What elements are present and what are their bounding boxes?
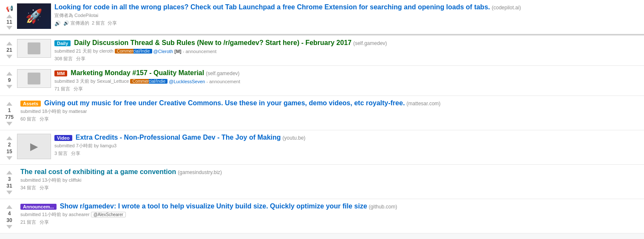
post2-actions: 71 留言 分享 (54, 86, 642, 92)
post5-title-row: The real cost of exhibiting at a game co… (20, 168, 642, 176)
megaphone-icon: 📢 (6, 5, 13, 12)
post6-comments[interactable]: 21 留言 (20, 219, 36, 225)
ad-advertiser: 宣傳者為 CodePilotai (54, 12, 642, 19)
post6-tag: Announcem... (20, 204, 57, 210)
upvote-arrow-6[interactable] (6, 205, 12, 209)
post1-submitted: submitted 21 天前 by cleroth (54, 48, 113, 54)
downvote-arrow-4[interactable] (6, 156, 12, 160)
post-assets: 1 775 Assets Giving out my music for fre… (0, 96, 644, 130)
post1-title-link[interactable]: Daily Discussion Thread & Sub Rules (New… (74, 39, 352, 47)
post3-title-link[interactable]: Giving out my music for free under Creat… (44, 99, 405, 107)
upvote-arrow-1[interactable] (6, 42, 12, 45)
post-unity: 4 30 Announcem... Show r/gamedev: I wrot… (0, 199, 644, 233)
post2-title-link[interactable]: Marketing Monday #157 - Quality Material (71, 69, 204, 77)
post4-thumbnail (17, 134, 51, 159)
downvote-arrow-1[interactable] (6, 55, 12, 59)
post2-title-row: MM Marketing Monday #157 - Quality Mater… (54, 69, 642, 77)
post1-comments[interactable]: 308 留言 (54, 56, 73, 62)
post1-tag: Daily (54, 40, 71, 46)
post2-flair1[interactable]: Commercial/Indie (130, 79, 167, 84)
downvote-arrow-3[interactable] (6, 122, 12, 126)
post6-score-top: 4 (8, 211, 11, 217)
post1-meta: submitted 21 天前 by cleroth Commercial/In… (54, 48, 642, 54)
post3-domain: (mattesar.com) (406, 101, 440, 107)
downvote-arrow-5[interactable] (6, 191, 12, 194)
post4-submitted: submitted 7小時前 by liamgu3 (54, 143, 116, 149)
post3-share[interactable]: 分享 (40, 116, 49, 122)
post4-meta: submitted 7小時前 by liamgu3 (54, 143, 642, 149)
post2-domain: (self.gamedev) (206, 70, 239, 76)
post1-title-row: Daily Daily Discussion Thread & Sub Rule… (54, 39, 642, 47)
ad-advertiser-text: 宣傳者為 CodePilotai (54, 12, 98, 19)
post6-rank: 30 (6, 217, 12, 223)
post5-rank-section: 3 31 (2, 168, 17, 195)
post5-title-link[interactable]: The real cost of exhibiting at a game co… (20, 168, 176, 176)
ad-vote-section: 11 (1, 13, 18, 31)
post1-flair1[interactable]: Commercial/Indie (115, 49, 152, 53)
post4-comments[interactable]: 3 留言 (54, 150, 68, 157)
upvote-arrow-4[interactable] (6, 136, 12, 140)
ad-promoted-label[interactable]: 🔊 宣傳過的 (63, 20, 89, 26)
upvote-arrow-5[interactable] (6, 171, 12, 174)
post3-comments[interactable]: 60 留言 (20, 116, 36, 122)
post6-title-link[interactable]: Show r/gamedev: I wrote a tool to help v… (60, 202, 367, 210)
downvote-arrow-ad[interactable] (6, 26, 12, 30)
upvote-arrow-3[interactable] (6, 102, 12, 106)
ad-domain: (codepilot.ai) (492, 5, 521, 11)
post5-content: The real cost of exhibiting at a game co… (17, 168, 642, 191)
post1-at-user: @Cleroth (153, 49, 173, 54)
post2-at-user: @LucklessSeven (169, 79, 205, 84)
post3-meta: submitted 18小時前 by mattesar (20, 108, 642, 115)
post-video: 2 15 Video Extra Credits - Non-Professio… (0, 130, 644, 165)
post-list: 📢 11 Looking for code in all the wrong p… (0, 0, 644, 233)
post2-content: MM Marketing Monday #157 - Quality Mater… (54, 69, 642, 92)
post1-score: 21 (6, 47, 12, 53)
post3-title-row: Assets Giving out my music for free unde… (20, 99, 642, 107)
post2-meta: submitted 3 天前 by Sexual_Lettuce Commerc… (54, 78, 642, 84)
post2-share[interactable]: 分享 (74, 86, 83, 92)
post5-share[interactable]: 分享 (40, 185, 49, 191)
post2-score: 9 (8, 77, 11, 83)
post5-comments[interactable]: 34 留言 (20, 185, 36, 191)
post3-score-top: 1 (8, 107, 11, 113)
ad-megaphone-small: 🔊 (54, 20, 61, 26)
ad-sponsored-bar: 🔊 🔊 宣傳過的 2 留言 分享 (54, 20, 642, 26)
ad-thumbnail (17, 3, 51, 29)
post1-announcement: - announcement (183, 49, 217, 54)
post3-actions: 60 留言 分享 (20, 116, 642, 122)
ad-comments[interactable]: 2 留言 (92, 20, 105, 26)
upvote-arrow-ad[interactable] (6, 14, 12, 18)
post5-domain: (gamesindustry.biz) (178, 169, 222, 175)
post4-actions: 3 留言 分享 (54, 150, 642, 157)
post6-rank-section: 4 30 (2, 202, 17, 230)
ad-share[interactable]: 分享 (108, 20, 117, 26)
post6-meta: submitted 11小時前 by aschearer @AlexSchear… (20, 211, 642, 218)
post2-announcement: - announcement (206, 79, 240, 84)
post2-submitted: submitted 3 天前 by Sexual_Lettuce (54, 78, 129, 84)
upvote-arrow-2[interactable] (6, 72, 12, 76)
post2-rank-section: 9 (2, 69, 17, 90)
post6-share[interactable]: 分享 (40, 219, 49, 225)
post3-tag: Assets (20, 101, 41, 107)
post4-title-link[interactable]: Extra Credits - Non-Professional Game De… (76, 134, 281, 141)
post6-title-row: Announcem... Show r/gamedev: I wrote a t… (20, 202, 642, 210)
post6-actions: 21 留言 分享 (20, 219, 642, 225)
ad-content: Looking for code in all the wrong places… (54, 3, 642, 26)
post5-rank: 31 (6, 183, 12, 189)
post4-share[interactable]: 分享 (71, 150, 80, 157)
post4-content: Video Extra Credits - Non-Professional G… (54, 134, 642, 157)
post4-title-row: Video Extra Credits - Non-Professional G… (54, 134, 642, 141)
post5-meta: submitted 13小時前 by cliffski (20, 177, 642, 183)
downvote-arrow-2[interactable] (6, 85, 12, 89)
ad-title-row: Looking for code in all the wrong places… (54, 3, 642, 11)
post1-share[interactable]: 分享 (76, 56, 85, 62)
post5-score-top: 3 (8, 176, 11, 182)
ad-rank-section: 📢 11 (2, 3, 17, 31)
post4-rank: 15 (6, 149, 12, 155)
post-daily: 21 Daily Daily Discussion Thread & Sub R… (0, 36, 644, 66)
post6-submitted: submitted 11小時前 by aschearer (20, 211, 90, 218)
post2-comments[interactable]: 71 留言 (54, 86, 70, 92)
self-icon-inner-1 (28, 42, 40, 54)
downvote-arrow-6[interactable] (6, 225, 12, 229)
ad-title-link[interactable]: Looking for code in all the wrong places… (54, 3, 490, 11)
